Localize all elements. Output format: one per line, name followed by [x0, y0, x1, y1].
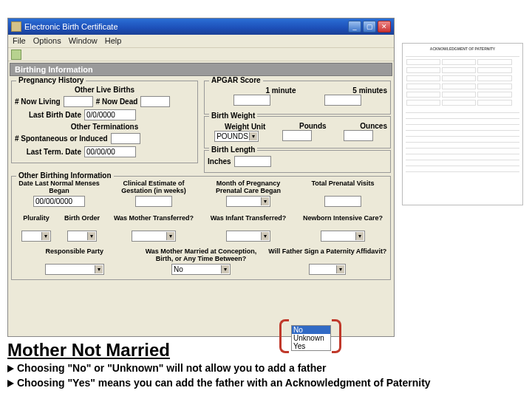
- visits-input[interactable]: [324, 196, 361, 207]
- other-birthing-fieldset: Other Birthing Information Date Last Nor…: [11, 176, 391, 280]
- bullet-2: Choosing "Yes" means you can add the fat…: [7, 377, 510, 389]
- dropdown-option-no[interactable]: No: [292, 326, 330, 334]
- weight-unit-select[interactable]: POUNDS: [214, 131, 259, 142]
- dropdown-option-unknown[interactable]: Unknown: [292, 334, 330, 342]
- apgar-fieldset: APGAR Score 1 minute 5 minutes: [204, 81, 391, 115]
- window-title: Electronic Birth Certificate: [24, 22, 348, 31]
- pregnancy-history-fieldset: Pregnancy History Other Live Births # No…: [11, 81, 198, 163]
- maximize-button[interactable]: ▢: [363, 21, 376, 33]
- apgar-5min-input[interactable]: [324, 95, 361, 106]
- ounces-label: Ounces: [330, 122, 387, 130]
- plurality-select[interactable]: [21, 231, 51, 242]
- weight-legend: Birth Weight: [209, 112, 257, 120]
- last-birth-date-input[interactable]: 0/0/0000: [84, 109, 136, 120]
- toolbar: [8, 48, 394, 61]
- minimize-button[interactable]: _: [348, 21, 361, 33]
- responsible-label: Responsible Party: [15, 248, 134, 264]
- bullet-arrow-icon: [7, 380, 14, 387]
- titlebar: Electronic Birth Certificate _ ▢ ✕: [8, 18, 394, 35]
- other-live-births-label: Other Live Births: [15, 86, 194, 94]
- section-title: Birthing Information: [10, 63, 392, 76]
- length-legend: Birth Length: [209, 146, 257, 154]
- menubar: File Options Window Help: [8, 35, 394, 48]
- form-body: Pregnancy History Other Live Births # No…: [8, 78, 394, 283]
- bullet-arrow-icon: [7, 365, 14, 372]
- responsible-select[interactable]: [45, 264, 104, 275]
- menu-options[interactable]: Options: [33, 36, 61, 46]
- last-term-date-label: Last Term. Date: [15, 148, 81, 156]
- pregnancy-legend: Pregnancy History: [16, 76, 86, 84]
- toolbar-icon[interactable]: [11, 50, 21, 60]
- menu-help[interactable]: Help: [105, 36, 122, 46]
- app-window: Electronic Birth Certificate _ ▢ ✕ File …: [7, 18, 395, 337]
- menu-file[interactable]: File: [13, 36, 26, 46]
- infant-transferred-select[interactable]: [226, 231, 270, 242]
- married-select[interactable]: No: [171, 264, 231, 275]
- married-label: Was Mother Married at Conception, Birth,…: [141, 248, 260, 264]
- apgar-5min-label: 5 minutes: [299, 86, 388, 95]
- pounds-label: Pounds: [268, 122, 326, 130]
- birth-weight-fieldset: Birth Weight Weight Unit POUNDS Pounds: [204, 116, 391, 149]
- app-icon: [11, 21, 21, 32]
- nicu-select[interactable]: [321, 231, 365, 242]
- now-dead-label: # Now Dead: [96, 98, 138, 106]
- weight-unit-label: Weight Unit: [208, 123, 265, 131]
- birth-length-fieldset: Birth Length Inches: [204, 150, 391, 173]
- paternity-label: Will Father Sign a Paternity Affidavit?: [268, 248, 387, 264]
- birth-order-select[interactable]: [67, 231, 97, 242]
- infant-transferred-label: Was Infant Transferred?: [204, 214, 293, 231]
- birth-order-label: Birth Order: [61, 214, 103, 231]
- thumb-title: ACKNOWLEDGMENT OF PATERNITY: [406, 47, 519, 51]
- apgar-legend: APGAR Score: [209, 76, 263, 84]
- visits-label: Total Prenatal Visits: [299, 180, 387, 196]
- menses-label: Date Last Normal Menses Began: [15, 180, 103, 196]
- mother-transferred-label: Was Mother Transferred?: [109, 214, 198, 231]
- paternity-select[interactable]: [309, 264, 346, 275]
- gestation-label: Clinical Estimate of Gestation (in weeks…: [109, 180, 198, 196]
- paternity-dropdown-popup[interactable]: No Unknown Yes: [291, 325, 331, 351]
- now-living-input[interactable]: [64, 96, 93, 107]
- slide-heading: Mother Not Married: [7, 340, 170, 361]
- other-terminations-label: Other Terminations: [15, 123, 194, 131]
- gestation-input[interactable]: [135, 196, 172, 207]
- close-button[interactable]: ✕: [378, 21, 391, 33]
- apgar-1min-label: 1 minute: [208, 86, 296, 95]
- nicu-label: Newborn Intensive Care?: [299, 214, 387, 231]
- menu-window[interactable]: Window: [69, 36, 98, 46]
- apgar-1min-input[interactable]: [233, 95, 270, 106]
- spontaneous-label: # Spontaneous or Induced: [15, 134, 108, 143]
- other-legend: Other Birthing Information: [16, 171, 114, 180]
- spontaneous-input[interactable]: [111, 133, 140, 144]
- inches-label: Inches: [208, 157, 231, 166]
- now-living-label: # Now Living: [15, 98, 61, 106]
- ounces-input[interactable]: [344, 130, 373, 141]
- bullet-1: Choosing "No" or "Unknown" will not allo…: [7, 362, 327, 374]
- plurality-label: Plurality: [15, 214, 58, 231]
- paternity-form-thumbnail: ACKNOWLEDGMENT OF PATERNITY: [402, 43, 523, 205]
- inches-input[interactable]: [234, 156, 271, 167]
- prenatal-month-select[interactable]: [226, 196, 270, 207]
- pounds-input[interactable]: [282, 130, 312, 141]
- prenatal-month-label: Month of Pregnancy Prenatal Care Began: [204, 180, 293, 196]
- last-birth-date-label: Last Birth Date: [15, 111, 81, 119]
- menses-input[interactable]: 00/00/0000: [33, 196, 85, 207]
- last-term-date-input[interactable]: 00/00/00: [84, 146, 136, 157]
- mother-transferred-select[interactable]: [132, 231, 176, 242]
- dropdown-option-yes[interactable]: Yes: [292, 342, 330, 350]
- now-dead-input[interactable]: [140, 96, 170, 107]
- window-buttons: _ ▢ ✕: [348, 21, 391, 33]
